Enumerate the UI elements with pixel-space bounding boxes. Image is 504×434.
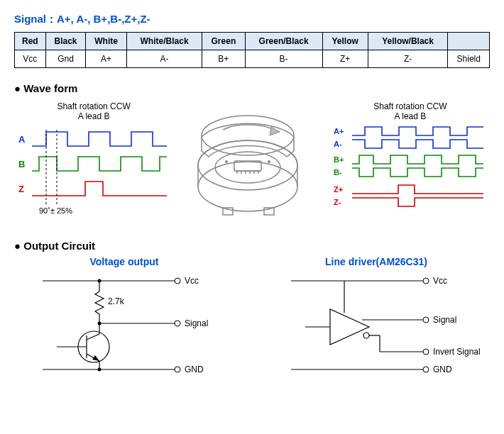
resistor-label: 2.7k xyxy=(108,296,125,306)
table-row-colors: Red Black White White/Black Green Green/… xyxy=(15,33,490,50)
wire-signal: A- xyxy=(126,50,202,68)
wave-svg-right: A+ A- B+ B- Z+ Z- xyxy=(331,121,487,228)
label-bp: B+ xyxy=(334,155,344,164)
svg-point-31 xyxy=(423,317,429,323)
svg-point-2 xyxy=(198,162,297,211)
wave-caption: Shaft rotation CCW xyxy=(14,101,173,111)
label-zm: Z- xyxy=(334,198,341,206)
encoder-drawing xyxy=(180,101,324,231)
wave-caption: A lead B xyxy=(14,111,173,121)
svg-line-18 xyxy=(87,334,99,340)
section-waveform: Wave form xyxy=(14,82,490,94)
wire-signal: A+ xyxy=(86,50,127,68)
vcc-label: Vcc xyxy=(185,276,199,286)
svg-point-4 xyxy=(215,152,280,183)
phase-note: 90˚± 25% xyxy=(39,206,72,215)
svg-point-24 xyxy=(98,279,102,283)
wire-color: Yellow xyxy=(322,33,368,50)
wire-color: Green xyxy=(202,33,245,50)
waveform-differential: Shaft rotation CCW A lead B A+ A- B+ B- … xyxy=(331,101,490,230)
svg-point-25 xyxy=(98,322,102,326)
svg-point-36 xyxy=(423,349,429,355)
wire-signal: Gnd xyxy=(45,50,86,68)
wire-color: Green/Black xyxy=(245,33,322,50)
wire-color: White/Black xyxy=(126,33,202,50)
label-zp: Z+ xyxy=(334,185,343,194)
wire-signal: Shield xyxy=(448,50,490,68)
wire-color: Yellow/Black xyxy=(368,33,448,50)
svg-point-14 xyxy=(175,321,180,326)
signal-label: Signal xyxy=(185,318,208,328)
encoder-icon xyxy=(180,101,315,229)
svg-point-6 xyxy=(225,160,228,163)
wire-signal: Z- xyxy=(368,50,448,68)
label-z: Z xyxy=(18,184,24,194)
waveform-single-ended: Shaft rotation CCW A lead B A B Z 90˚± 2… xyxy=(14,101,173,223)
label-ap: A+ xyxy=(334,127,344,135)
gnd-label: GND xyxy=(185,365,204,374)
svg-point-38 xyxy=(423,367,429,372)
label-a: A xyxy=(18,134,26,145)
wave-svg-left: A B Z 90˚± 25% xyxy=(14,121,170,221)
section-output-circuit: Output Circuit xyxy=(14,240,490,252)
invert-signal-label: Invert Signal xyxy=(433,347,481,357)
wire-color xyxy=(448,33,490,50)
voltage-output-block: Voltage output Vcc 2.7k Signal xyxy=(14,256,234,379)
wire-signal: Z+ xyxy=(322,50,368,68)
line-driver-title: Line driver(AM26C31) xyxy=(263,256,490,267)
signal-header: Signal：A+, A-, B+,B-,Z+,Z- xyxy=(14,13,490,26)
wire-signal: Vcc xyxy=(15,50,46,68)
wire-color: Black xyxy=(45,33,86,50)
svg-point-10 xyxy=(175,278,180,284)
wire-color-table: Red Black White White/Black Green Green/… xyxy=(14,32,490,68)
table-row-signals: Vcc Gnd A+ A- B+ B- Z+ Z- Shield xyxy=(15,50,490,68)
gnd-label: GND xyxy=(433,365,452,374)
svg-point-26 xyxy=(98,368,102,372)
wire-color: White xyxy=(86,33,127,50)
label-bm: B- xyxy=(334,168,342,177)
wave-caption: Shaft rotation CCW xyxy=(331,101,490,111)
label-am: A- xyxy=(334,140,342,148)
voltage-output-title: Voltage output xyxy=(14,256,234,267)
svg-point-8 xyxy=(202,116,294,155)
waveform-row: Shaft rotation CCW A lead B A B Z 90˚± 2… xyxy=(14,101,490,231)
svg-point-32 xyxy=(363,333,369,338)
output-circuit-row: Voltage output Vcc 2.7k Signal xyxy=(14,256,490,379)
label-b: B xyxy=(18,159,25,169)
wire-signal: B- xyxy=(245,50,322,68)
wave-caption: A lead B xyxy=(331,111,490,121)
wire-signal: B+ xyxy=(202,50,245,68)
svg-point-7 xyxy=(268,160,270,163)
voltage-output-schematic: Vcc 2.7k Signal GND xyxy=(14,270,227,377)
line-driver-block: Line driver(AM26C31) Vcc Signal Invert S… xyxy=(263,256,490,379)
svg-point-28 xyxy=(423,278,429,284)
signal-label: Signal xyxy=(433,315,456,325)
wire-color: Red xyxy=(15,33,46,50)
vcc-label: Vcc xyxy=(433,276,447,286)
svg-point-23 xyxy=(175,367,180,372)
line-driver-schematic: Vcc Signal Invert Signal GND xyxy=(263,270,490,377)
